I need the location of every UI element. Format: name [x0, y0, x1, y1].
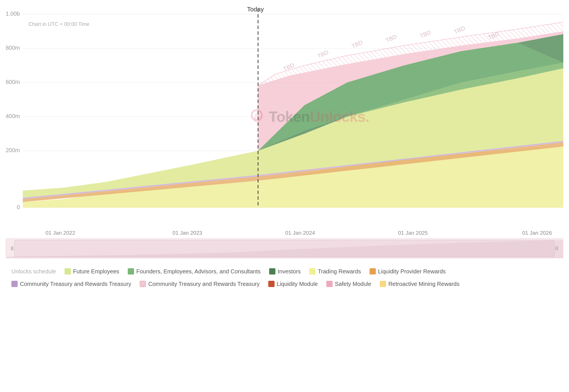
scrollbar-chart — [6, 239, 563, 258]
legend-area: Unlocks schedule Future Employees Founde… — [6, 258, 563, 294]
scroll-left-btn[interactable]: ⏸ — [9, 245, 15, 252]
chart-container: Chart in UTC + 00:00 Time Today 1.00b 80… — [0, 0, 569, 294]
legend-label-trading-rewards: Trading Rewards — [318, 267, 361, 276]
svg-text:TBD: TBD — [351, 39, 364, 49]
legend-swatch-community-treasury-solid — [11, 281, 18, 287]
x-axis: 01 Jan 2022 01 Jan 2023 01 Jan 2024 01 J… — [6, 228, 563, 238]
today-label: Today — [247, 6, 264, 13]
utc-label: Chart in UTC + 00:00 Time — [28, 21, 90, 27]
chart-svg: 1.00b 800m 600m 400m 200m 0 — [6, 6, 563, 228]
legend-row-2: Community Treasury and Rewards Treasury … — [11, 279, 558, 288]
svg-text:TBD: TBD — [453, 25, 466, 35]
legend-item-trading-rewards: Trading Rewards — [309, 267, 361, 276]
svg-text:600m: 600m — [6, 79, 20, 85]
svg-text:0: 0 — [17, 204, 20, 210]
legend-swatch-liquidity-rewards — [370, 268, 376, 275]
x-label-2022: 01 Jan 2022 — [46, 230, 75, 236]
legend-item-community-treasury-hatched: Community Treasury and Rewards Treasury — [140, 279, 259, 288]
legend-swatch-community-treasury-hatched — [140, 281, 146, 287]
scroll-right-btn[interactable]: ⏸ — [554, 245, 560, 252]
legend-label-liquidity-module: Liquidity Module — [277, 279, 318, 288]
legend-label-safety-module: Safety Module — [335, 279, 371, 288]
svg-rect-26 — [15, 240, 554, 257]
legend-label-founders: Founders, Employees, Advisors, and Consu… — [136, 267, 261, 276]
x-label-2023: 01 Jan 2023 — [172, 230, 202, 236]
legend-item-founders: Founders, Employees, Advisors, and Consu… — [128, 267, 261, 276]
legend-swatch-retroactive-mining — [380, 281, 386, 287]
legend-swatch-founders — [128, 268, 134, 275]
legend-item-retroactive-mining: Retroactive Mining Rewards — [380, 279, 459, 288]
x-label-2025: 01 Jan 2025 — [398, 230, 428, 236]
legend-label-community-treasury-solid: Community Treasury and Rewards Treasury — [20, 279, 131, 288]
legend-label-community-treasury-hatched: Community Treasury and Rewards Treasury — [148, 279, 259, 288]
legend-swatch-safety-module — [326, 281, 333, 287]
legend-title: Unlocks schedule — [11, 267, 56, 276]
svg-text:TBD: TBD — [316, 49, 329, 59]
svg-text:400m: 400m — [6, 113, 20, 119]
legend-label-future-employees: Future Employees — [73, 267, 119, 276]
legend-item-liquidity-rewards: Liquidity Provider Rewards — [370, 267, 446, 276]
legend-swatch-investors — [269, 268, 275, 275]
scrollbar-area[interactable]: ⏸ ⏸ — [6, 238, 563, 258]
chart-area: Chart in UTC + 00:00 Time Today 1.00b 80… — [6, 6, 563, 228]
legend-item-future-employees: Future Employees — [65, 267, 119, 276]
legend-item-community-treasury-solid: Community Treasury and Rewards Treasury — [11, 279, 131, 288]
legend-item-liquidity-module: Liquidity Module — [268, 279, 318, 288]
x-label-2026: 01 Jan 2026 — [522, 230, 552, 236]
legend-label-retroactive-mining: Retroactive Mining Rewards — [388, 279, 459, 288]
legend-label-liquidity-rewards: Liquidity Provider Rewards — [378, 267, 446, 276]
svg-text:1.00b: 1.00b — [6, 11, 20, 17]
legend-swatch-liquidity-module — [268, 281, 275, 287]
legend-item-investors: Investors — [269, 267, 301, 276]
legend-swatch-future-employees — [65, 268, 71, 275]
legend-item-safety-module: Safety Module — [326, 279, 371, 288]
legend-swatch-trading-rewards — [309, 268, 316, 275]
svg-text:800m: 800m — [6, 45, 20, 51]
svg-text:TBD: TBD — [385, 33, 398, 44]
legend-label-investors: Investors — [278, 267, 301, 276]
svg-text:TBD: TBD — [419, 29, 432, 40]
x-label-2024: 01 Jan 2024 — [285, 230, 315, 236]
svg-text:200m: 200m — [6, 147, 20, 153]
